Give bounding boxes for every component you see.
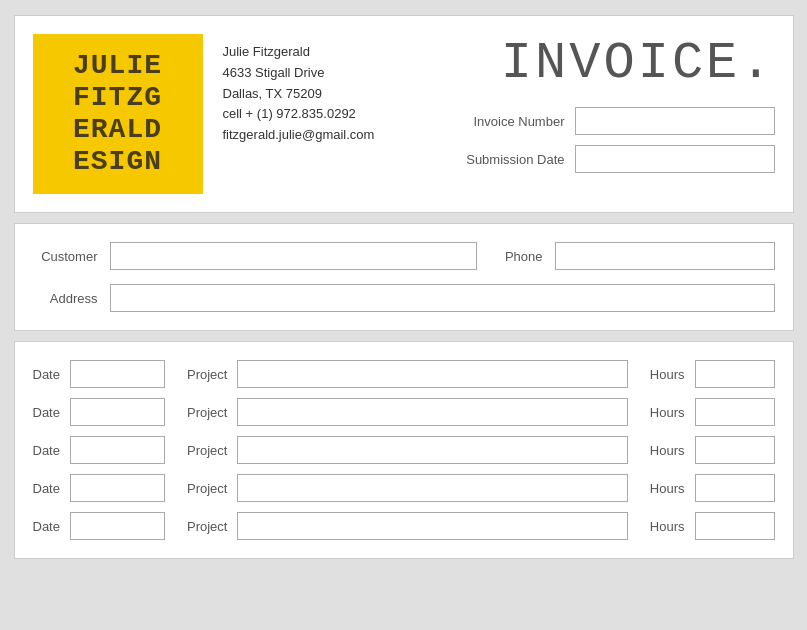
contact-city: Dallas, TX 75209 xyxy=(223,84,447,105)
contact-phone: cell + (1) 972.835.0292 xyxy=(223,104,447,125)
address-input[interactable] xyxy=(110,284,775,312)
hours-input-1[interactable] xyxy=(695,360,775,388)
invoice-title-area: INVOICE. Invoice Number Submission Date xyxy=(466,34,774,173)
phone-input[interactable] xyxy=(555,242,775,270)
item-row-1: Date Project Hours xyxy=(33,360,775,388)
hours-input-4[interactable] xyxy=(695,474,775,502)
hours-label-2: Hours xyxy=(650,405,685,420)
address-label: Address xyxy=(33,291,98,306)
submission-date-label: Submission Date xyxy=(466,152,564,167)
date-input-2[interactable] xyxy=(70,398,165,426)
project-label-5: Project xyxy=(187,519,227,534)
date-label-2: Date xyxy=(33,405,60,420)
invoice-number-input[interactable] xyxy=(575,107,775,135)
customer-section: Customer Phone Address xyxy=(14,223,794,331)
project-input-4[interactable] xyxy=(237,474,627,502)
project-label-1: Project xyxy=(187,367,227,382)
project-input-1[interactable] xyxy=(237,360,627,388)
contact-address: 4633 Stigall Drive xyxy=(223,63,447,84)
date-label-4: Date xyxy=(33,481,60,496)
project-input-3[interactable] xyxy=(237,436,627,464)
address-row: Address xyxy=(33,284,775,312)
date-label-5: Date xyxy=(33,519,60,534)
date-label-3: Date xyxy=(33,443,60,458)
date-input-3[interactable] xyxy=(70,436,165,464)
hours-input-3[interactable] xyxy=(695,436,775,464)
item-row-4: Date Project Hours xyxy=(33,474,775,502)
hours-label-1: Hours xyxy=(650,367,685,382)
submission-date-row: Submission Date xyxy=(466,145,774,173)
date-input-5[interactable] xyxy=(70,512,165,540)
project-input-2[interactable] xyxy=(237,398,627,426)
submission-date-input[interactable] xyxy=(575,145,775,173)
hours-input-5[interactable] xyxy=(695,512,775,540)
project-input-5[interactable] xyxy=(237,512,627,540)
customer-row: Customer Phone xyxy=(33,242,775,270)
date-input-1[interactable] xyxy=(70,360,165,388)
invoice-number-row: Invoice Number xyxy=(473,107,774,135)
hours-input-2[interactable] xyxy=(695,398,775,426)
hours-label-5: Hours xyxy=(650,519,685,534)
items-section: Date Project Hours Date Project Hours Da… xyxy=(14,341,794,559)
contact-info: Julie Fitzgerald 4633 Stigall Drive Dall… xyxy=(223,34,447,146)
project-label-4: Project xyxy=(187,481,227,496)
logo-box: JULIE FITZG ERALD ESIGN xyxy=(33,34,203,194)
item-row-5: Date Project Hours xyxy=(33,512,775,540)
date-input-4[interactable] xyxy=(70,474,165,502)
header-section: JULIE FITZG ERALD ESIGN Julie Fitzgerald… xyxy=(14,15,794,213)
invoice-fields: Invoice Number Submission Date xyxy=(466,107,774,173)
hours-label-4: Hours xyxy=(650,481,685,496)
hours-label-3: Hours xyxy=(650,443,685,458)
customer-input[interactable] xyxy=(110,242,477,270)
invoice-title: INVOICE. xyxy=(501,34,775,93)
contact-name: Julie Fitzgerald xyxy=(223,42,447,63)
logo-text: JULIE FITZG ERALD ESIGN xyxy=(73,50,162,179)
invoice-number-label: Invoice Number xyxy=(473,114,564,129)
phone-label: Phone xyxy=(505,249,543,264)
project-label-2: Project xyxy=(187,405,227,420)
customer-label: Customer xyxy=(33,249,98,264)
item-row-3: Date Project Hours xyxy=(33,436,775,464)
date-label-1: Date xyxy=(33,367,60,382)
contact-email: fitzgerald.julie@gmail.com xyxy=(223,125,447,146)
project-label-3: Project xyxy=(187,443,227,458)
item-row-2: Date Project Hours xyxy=(33,398,775,426)
